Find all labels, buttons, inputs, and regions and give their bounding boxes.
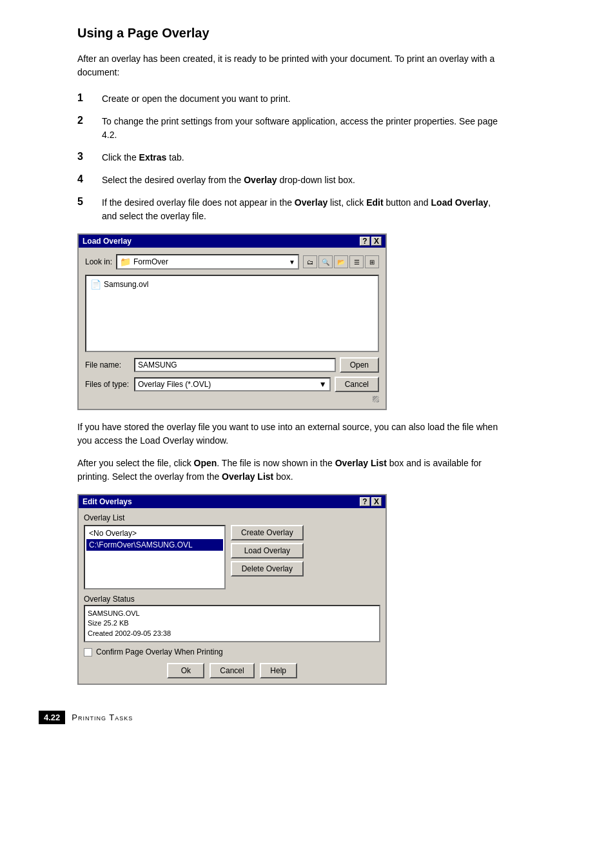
overlay-list-box[interactable]: <No Overlay> C:\FormOver\SAMSUNG.OVL [84,525,226,589]
toolbar-btn-2[interactable]: 🔍 [318,255,333,268]
dialog-titlebar-load: Load Overlay ? X [79,235,386,248]
paragraph-2: After you select the file, click Open. T… [77,457,503,484]
filetype-row: Files of type: Overlay Files (*.OVL) ▼ C… [85,377,379,392]
cancel-button-edit[interactable]: Cancel [210,663,254,678]
edit-overlays-dialog: Edit Overlays ? X Overlay List <No Overl… [77,494,387,685]
step-4: 4 Select the desired overlay from the Ov… [77,173,503,187]
status-line-1: SAMSUNG.OVL [88,609,376,618]
overlay-action-buttons: Create Overlay Load Overlay Delete Overl… [231,525,304,589]
main-content: Using a Page Overlay After an overlay ha… [77,26,503,685]
load-overlay-dialog: Load Overlay ? X Look in: 📁 FormOver ▼ 🗂 [77,233,387,410]
toolbar-btn-3[interactable]: 📂 [334,255,348,268]
combo-arrow-icon: ▼ [289,259,295,266]
open-button[interactable]: Open [340,357,379,373]
page: Using a Page Overlay After an overlay ha… [0,0,615,763]
ok-button[interactable]: Ok [167,663,204,678]
step-2: 2 To change the print settings from your… [77,115,503,142]
step-1: 1 Create or open the document you want t… [77,92,503,106]
step-3: 3 Click the Extras tab. [77,151,503,164]
step-text-5: If the desired overlay file does not app… [102,196,503,223]
step-5: 5 If the desired overlay file does not a… [77,196,503,223]
dialog-title-load: Load Overlay [83,237,132,246]
look-in-value: FormOver [133,257,168,266]
toolbar-icons: 🗂 🔍 📂 ☰ ⊞ [303,255,379,268]
footer: 4.22 Printing Tasks [39,711,576,724]
step-text-1: Create or open the document you want to … [102,92,503,106]
titlebar-controls-edit: ? X [360,497,382,506]
look-in-row: Look in: 📁 FormOver ▼ 🗂 🔍 📂 ☰ ⊞ [85,254,379,270]
confirm-checkbox[interactable] [84,648,92,656]
delete-overlay-button[interactable]: Delete Overlay [231,561,304,577]
edit-dialog-body: Overlay List <No Overlay> C:\FormOver\SA… [79,508,386,684]
step-num-3: 3 [77,151,97,163]
filetype-arrow-icon: ▼ [319,380,327,389]
step-num-1: 1 [77,92,97,104]
step-text-4: Select the desired overlay from the Over… [102,173,503,187]
bottom-buttons-row: Ok Cancel Help [84,663,380,678]
close-icon[interactable]: X [371,237,382,246]
overlay-list-section: <No Overlay> C:\FormOver\SAMSUNG.OVL Cre… [84,525,380,589]
overlay-status-box: SAMSUNG.OVL Size 25.2 KB Created 2002-09… [84,605,380,642]
toolbar-btn-1[interactable]: 🗂 [303,255,317,268]
file-item-1[interactable]: 📄 Samsung.ovl [89,279,375,290]
look-in-label: Look in: [85,257,112,266]
status-line-3: Created 2002-09-05 23:38 [88,629,376,638]
overlay-status-section: Overlay Status SAMSUNG.OVL Size 25.2 KB … [84,595,380,642]
step-num-2: 2 [77,115,97,126]
confirm-label: Confirm Page Overlay When Printing [96,647,223,656]
overlay-status-label: Overlay Status [84,595,380,604]
footer-text: Printing Tasks [72,713,133,722]
cancel-button-load[interactable]: Cancel [335,377,379,392]
folder-icon: 📁 [120,257,131,267]
dialog-body-load: Look in: 📁 FormOver ▼ 🗂 🔍 📂 ☰ ⊞ [79,248,386,409]
filename-row: File name: Open [85,357,379,373]
close-icon-edit[interactable]: X [371,497,382,506]
help-button[interactable]: Help [260,663,297,678]
page-number-box: 4.22 [39,711,65,724]
load-overlay-button[interactable]: Load Overlay [231,543,304,558]
step-text-3: Click the Extras tab. [102,151,503,164]
filetype-label: Files of type: [85,380,130,389]
overlay-list-item-2[interactable]: C:\FormOver\SAMSUNG.OVL [86,539,223,551]
page-title: Using a Page Overlay [77,26,503,41]
filetype-value: Overlay Files (*.OVL) [138,380,211,389]
confirm-checkbox-row: Confirm Page Overlay When Printing [84,647,380,656]
status-line-2: Size 25.2 KB [88,618,376,628]
filename-label: File name: [85,360,130,370]
step-num-5: 5 [77,196,97,208]
intro-text: After an overlay has been created, it is… [77,52,503,79]
step-text-2: To change the print settings from your s… [102,115,503,142]
overlay-list-item-1[interactable]: <No Overlay> [86,528,223,539]
file-icon-1: 📄 [90,279,101,290]
toolbar-btn-5[interactable]: ⊞ [365,255,379,268]
create-overlay-button[interactable]: Create Overlay [231,525,304,540]
overlay-list-label: Overlay List [84,513,380,522]
file-name-1: Samsung.ovl [104,280,148,289]
file-list-area: 📄 Samsung.ovl [85,275,379,352]
step-num-4: 4 [77,173,97,185]
paragraph-1: If you have stored the overlay file you … [77,420,503,448]
resize-corner [373,396,379,402]
dialog-title-edit: Edit Overlays [83,497,132,506]
help-icon[interactable]: ? [360,237,370,246]
look-in-combo[interactable]: 📁 FormOver ▼ [116,254,299,270]
filename-input[interactable] [134,358,336,372]
filetype-combo[interactable]: Overlay Files (*.OVL) ▼ [134,377,331,391]
help-icon-edit[interactable]: ? [360,497,370,506]
titlebar-controls: ? X [360,237,382,246]
toolbar-btn-4[interactable]: ☰ [349,255,364,268]
dialog-titlebar-edit: Edit Overlays ? X [79,495,386,508]
